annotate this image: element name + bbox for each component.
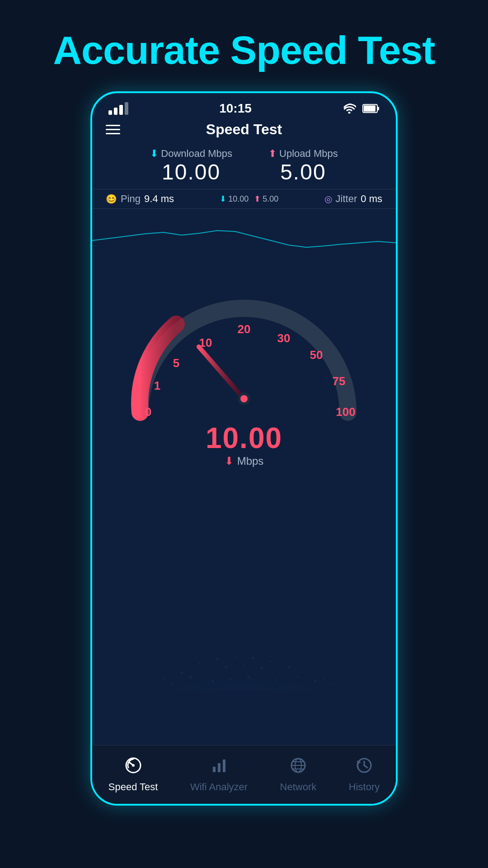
upload-pill: ⬆ 5.00 bbox=[254, 194, 278, 204]
speed-stats: ⬇ Download Mbps 10.00 ⬆ Upload Mbps 5.00 bbox=[92, 143, 396, 184]
ping-icon: 😊 bbox=[106, 193, 117, 204]
svg-point-5 bbox=[240, 395, 248, 402]
svg-text:30: 30 bbox=[277, 331, 291, 345]
wifi-analyzer-nav-label: Wifi Analyzer bbox=[190, 781, 248, 793]
nav-item-history[interactable]: History bbox=[340, 752, 389, 797]
network-icon bbox=[290, 757, 307, 778]
svg-rect-2 bbox=[378, 107, 379, 110]
download-unit-icon: ⬇ bbox=[225, 455, 234, 467]
svg-point-28 bbox=[243, 665, 245, 666]
time-display: 10:15 bbox=[219, 101, 252, 116]
ul-pill-value: 5.00 bbox=[263, 194, 278, 204]
svg-text:1: 1 bbox=[154, 379, 160, 392]
svg-rect-44 bbox=[218, 763, 221, 772]
speed-center-unit: ⬇ Mbps bbox=[206, 455, 282, 467]
download-label: ⬇ Download Mbps bbox=[150, 148, 232, 160]
svg-rect-45 bbox=[223, 760, 225, 772]
jitter-metric: ◎ Jitter 0 ms bbox=[324, 193, 382, 205]
svg-point-21 bbox=[270, 660, 272, 662]
svg-text:0: 0 bbox=[145, 405, 151, 419]
svg-point-37 bbox=[274, 679, 276, 681]
svg-point-36 bbox=[211, 680, 214, 683]
svg-point-31 bbox=[189, 675, 192, 678]
speed-test-nav-label: Speed Test bbox=[108, 781, 158, 793]
svg-point-33 bbox=[314, 680, 317, 683]
status-bar: 10:15 bbox=[92, 93, 396, 120]
download-arrow-icon: ⬇ bbox=[150, 148, 158, 160]
unit-label: Mbps bbox=[237, 455, 264, 467]
speed-test-icon bbox=[125, 757, 142, 778]
speed-center-display: 10.00 ⬇ Mbps bbox=[206, 421, 282, 467]
svg-point-25 bbox=[324, 677, 325, 679]
svg-point-26 bbox=[207, 669, 209, 671]
dl-pill-value: 10.00 bbox=[228, 194, 249, 204]
phone-frame: 10:15 Speed Test ⬇ Download Mbps bbox=[90, 91, 398, 806]
signal-strength bbox=[108, 102, 128, 115]
nav-item-wifi-analyzer[interactable]: Wifi Analyzer bbox=[181, 752, 257, 797]
svg-point-42 bbox=[132, 764, 135, 767]
ping-value: 9.4 ms bbox=[144, 193, 174, 205]
app-header-title: Speed Test bbox=[206, 121, 282, 138]
page-title-text: Accurate Speed Test bbox=[35, 0, 453, 91]
history-icon bbox=[356, 757, 373, 778]
upload-stat: ⬆ Upload Mbps 5.00 bbox=[268, 148, 338, 184]
svg-rect-43 bbox=[213, 767, 216, 772]
svg-point-32 bbox=[297, 676, 299, 678]
dl-pill-arrow: ⬇ bbox=[220, 194, 226, 204]
metrics-bar: 😊 Ping 9.4 ms ⬇ 10.00 ⬆ 5.00 ◎ Jitter 0 … bbox=[92, 189, 396, 209]
jitter-icon: ◎ bbox=[324, 193, 332, 204]
upload-label: ⬆ Upload Mbps bbox=[268, 148, 338, 160]
download-stat: ⬇ Download Mbps 10.00 bbox=[150, 148, 232, 184]
svg-point-29 bbox=[261, 666, 263, 669]
svg-point-34 bbox=[172, 683, 174, 684]
svg-point-18 bbox=[216, 658, 219, 660]
wifi-analyzer-icon bbox=[211, 757, 228, 778]
wifi-icon bbox=[343, 104, 356, 113]
history-nav-label: History bbox=[349, 781, 380, 793]
svg-point-17 bbox=[198, 663, 200, 665]
svg-point-39 bbox=[230, 678, 231, 680]
svg-point-15 bbox=[110, 637, 378, 691]
svg-point-30 bbox=[279, 671, 281, 673]
speedometer-svg: 0 1 5 10 20 30 50 75 100 bbox=[117, 259, 371, 430]
nav-item-speed-test[interactable]: Speed Test bbox=[99, 752, 167, 797]
svg-point-20 bbox=[252, 657, 254, 660]
download-pill: ⬇ 10.00 bbox=[220, 194, 249, 204]
ul-pill-arrow: ⬆ bbox=[254, 194, 261, 204]
menu-button[interactable] bbox=[106, 125, 120, 134]
nav-item-network[interactable]: Network bbox=[271, 752, 326, 797]
upload-value: 5.00 bbox=[280, 160, 326, 184]
status-right-icons bbox=[343, 104, 380, 113]
ping-label: Ping bbox=[121, 193, 141, 205]
ping-metric: 😊 Ping 9.4 ms bbox=[106, 193, 174, 205]
network-nav-label: Network bbox=[280, 781, 317, 793]
battery-icon bbox=[362, 104, 380, 113]
svg-line-3 bbox=[199, 347, 244, 399]
svg-text:5: 5 bbox=[173, 356, 179, 370]
speed-center-value: 10.00 bbox=[206, 421, 282, 455]
svg-point-22 bbox=[287, 665, 290, 668]
dot-grid-decoration bbox=[92, 600, 396, 691]
svg-line-53 bbox=[364, 765, 367, 768]
svg-text:10: 10 bbox=[199, 336, 212, 349]
speed-graph bbox=[92, 213, 396, 250]
svg-point-27 bbox=[225, 665, 228, 668]
svg-point-16 bbox=[180, 671, 183, 674]
app-header: Speed Test bbox=[92, 120, 396, 143]
upload-arrow-icon: ⬆ bbox=[268, 148, 277, 160]
svg-text:100: 100 bbox=[336, 405, 355, 419]
svg-text:50: 50 bbox=[310, 348, 323, 362]
download-value: 10.00 bbox=[162, 160, 221, 184]
speedometer-container: 0 1 5 10 20 30 50 75 100 10.00 bbox=[92, 250, 396, 745]
svg-rect-1 bbox=[364, 105, 375, 112]
svg-point-38 bbox=[247, 675, 250, 678]
jitter-label: Jitter bbox=[336, 193, 357, 205]
svg-point-35 bbox=[333, 683, 334, 684]
svg-text:20: 20 bbox=[238, 322, 251, 336]
svg-point-24 bbox=[163, 678, 164, 680]
jitter-value: 0 ms bbox=[361, 193, 382, 205]
svg-text:75: 75 bbox=[333, 374, 346, 388]
speed-pills: ⬇ 10.00 ⬆ 5.00 bbox=[220, 194, 278, 204]
svg-point-19 bbox=[234, 656, 236, 658]
svg-point-23 bbox=[305, 670, 307, 672]
